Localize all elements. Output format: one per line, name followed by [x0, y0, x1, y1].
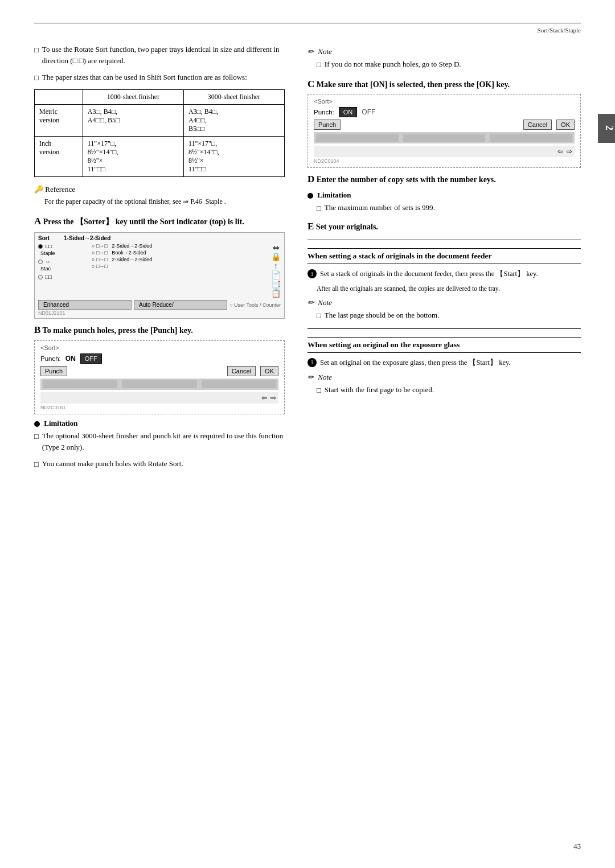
sorter-panel-id: ND01J2101	[38, 310, 65, 316]
sorter-row-3: □□	[38, 274, 89, 280]
panel-b-title: <Sort>	[40, 344, 278, 351]
pencil-icon-2: ✏	[308, 298, 314, 307]
sidebar-tab: 2	[598, 114, 615, 143]
sorter-user-tools: ○ User Tools / Counter	[229, 302, 281, 308]
step-c-label: C Make sure that [ON] is selected, then …	[308, 77, 581, 91]
table-header-blank	[35, 89, 83, 104]
sorter-stack-icon: □□	[45, 274, 52, 280]
table-row-inch: Inchversion 11"×17"□,8½"×14"□,8½"×11"□□ …	[35, 136, 285, 176]
checkbox-icon-7: □	[317, 310, 321, 322]
left-column: □ To use the Rotate Sort function, two p…	[34, 44, 285, 476]
sorter-icon-5: 📑	[271, 279, 281, 289]
panel-c-off: OFF	[362, 108, 375, 116]
pencil-icon-3: ✏	[308, 373, 314, 381]
page: Sort/Stack/Staple □ To use the Rotate So…	[0, 0, 615, 868]
panel-c-ok-btn[interactable]: OK	[556, 120, 575, 130]
panel-c-on-btn[interactable]: ON	[339, 107, 358, 117]
panel-c-id: ND2C0104	[314, 158, 339, 164]
panel-c-bar-1	[316, 134, 399, 142]
limitation-d-dot-icon	[308, 193, 313, 199]
panel-b-buttons-row: Punch Cancel OK	[40, 366, 278, 376]
divider-glass	[308, 328, 581, 329]
sorter-panel-header: Sort 1-Sided→2-Sided	[38, 235, 281, 241]
sorter-icon-6: 📋	[271, 289, 281, 298]
checkbox-icon: □	[34, 44, 39, 56]
checkbox-icon-2: □	[34, 72, 39, 84]
panel-b-punch-label: Punch:	[40, 355, 61, 362]
panel-b-ok-btn[interactable]: OK	[260, 366, 278, 376]
step-d-label: D Enter the number of copy sets with the…	[308, 172, 581, 186]
sorter-panel-image: Sort 1-Sided→2-Sided □□ Staple ↔ Stac	[34, 232, 285, 319]
feeder-circle-num: 1	[308, 269, 317, 278]
right-column: ✏ Note □ If you do not make punch holes,…	[308, 44, 581, 476]
sorter-auto-reduce-btn: Auto Reduce/	[134, 300, 227, 310]
sorter-circle-filled	[38, 244, 43, 249]
note-c-title: ✏ Note	[308, 47, 581, 56]
note-feeder-title: ✏ Note	[308, 298, 581, 307]
panel-b-bar-3	[202, 380, 276, 388]
glass-step-1: 1 Set an original on the exposure glass,…	[308, 357, 581, 368]
panel-c: <Sort> Punch: ON OFF Punch Cancel OK	[308, 94, 581, 168]
table-cell-inch-label: Inchversion	[35, 136, 83, 176]
limitation-item-2: □ You cannot make punch holes with Rotat…	[34, 458, 285, 470]
note-glass-title: ✏ Note	[308, 373, 581, 382]
limitation-d: Limitation □ The maximum number of sets …	[308, 191, 581, 214]
checkbox-icon-4: □	[34, 459, 39, 470]
sorter-left-panel: □□ Staple ↔ Stac □□	[38, 243, 89, 298]
note-c-text: □ If you do not make punch holes, go to …	[317, 59, 581, 71]
page-number: 43	[573, 842, 581, 851]
panel-b-off-btn[interactable]: OFF	[80, 353, 102, 364]
step-a-label: A Press the 【Sorter】 key until the Sort …	[34, 215, 285, 228]
note-glass-text: □ Start with the first page to be copied…	[317, 384, 581, 396]
panel-c-punch-btn[interactable]: Punch	[314, 120, 341, 130]
step-e-letter: E	[308, 221, 314, 232]
sorter-enhanced-btn: Enhanced	[38, 300, 132, 310]
panel-b: <Sort> Punch: ON OFF Punch Cancel OK	[34, 340, 285, 414]
panel-c-cancel-btn[interactable]: Cancel	[523, 120, 552, 130]
step-b-text: To make punch holes, press the [Punch] k…	[43, 326, 193, 335]
table-header-3000: 3000-sheet finisher	[183, 89, 284, 104]
panel-c-punch-label: Punch:	[314, 109, 334, 116]
sorter-circle-3	[38, 275, 43, 279]
limitation-item-1-text: The optional 3000-sheet finisher and pun…	[42, 430, 285, 452]
sorter-options-row1: ○ □→□ 2-Sided→2-Sided	[92, 243, 266, 249]
limitation-left-title: Limitation	[34, 419, 285, 428]
checkbox-icon-3: □	[34, 431, 39, 442]
step-b-letter: B	[34, 324, 40, 335]
paper-size-table: 1000-sheet finisher 3000-sheet finisher …	[34, 89, 285, 177]
bullet-paper-sizes-text: The paper sizes that can be used in Shif…	[42, 72, 247, 83]
sorter-stac-icon: ↔	[45, 258, 51, 265]
feeder-step-1: 1 Set a stack of originals in the docume…	[308, 269, 581, 279]
panel-b-arrow-row: ⇦ ⇨	[40, 392, 278, 404]
feeder-step-1-text: Set a stack of originals in the document…	[320, 269, 538, 279]
panel-b-punch-btn[interactable]: Punch	[40, 366, 67, 376]
step-b-label: B To make punch holes, press the [Punch]…	[34, 323, 285, 337]
checkbox-icon-8: □	[317, 385, 321, 396]
panel-c-buttons-row: Punch Cancel OK	[314, 120, 575, 130]
reference-block: 🔑 Reference For the paper capacity of th…	[34, 185, 285, 207]
sorter-icon-4: 📄	[271, 270, 281, 279]
reference-icon: 🔑	[34, 185, 43, 194]
sorter-sort-icons: □□	[45, 243, 52, 249]
sorter-circle-2	[38, 260, 43, 264]
step-a-letter: A	[34, 216, 41, 227]
note-feeder: ✏ Note □ The last page should be on the …	[308, 298, 581, 322]
sorter-row-2: ↔	[38, 258, 89, 265]
bullet-rotate-sort: □ To use the Rotate Sort function, two p…	[34, 44, 285, 66]
note-glass: ✏ Note □ Start with the first page to be…	[308, 373, 581, 396]
step-e-text: Set your originals.	[316, 223, 378, 231]
limitation-left: Limitation □ The optional 3000-sheet fin…	[34, 419, 285, 470]
sorter-options-row4: ○ □→□	[92, 264, 266, 269]
reference-text: For the paper capacity of the optional f…	[44, 196, 285, 207]
panel-c-bar	[314, 132, 575, 143]
step-e-label: E Set your originals.	[308, 220, 581, 233]
limitation-dot-icon	[34, 421, 40, 427]
sorter-right-icons: ⇔ 🔒 ↑ 📄 📑 📋	[269, 243, 281, 298]
divider-feeder	[308, 240, 581, 240]
note-c: ✏ Note □ If you do not make punch holes,…	[308, 47, 581, 71]
glass-circle-num: 1	[308, 358, 317, 367]
table-header-1000: 1000-sheet finisher	[83, 89, 183, 104]
table-cell-inch-3000: 11"×17"□,8½"×14"□,8½"×11"□□	[183, 136, 284, 176]
table-cell-metric-label: Metricversion	[35, 104, 83, 136]
panel-b-cancel-btn[interactable]: Cancel	[227, 366, 256, 376]
